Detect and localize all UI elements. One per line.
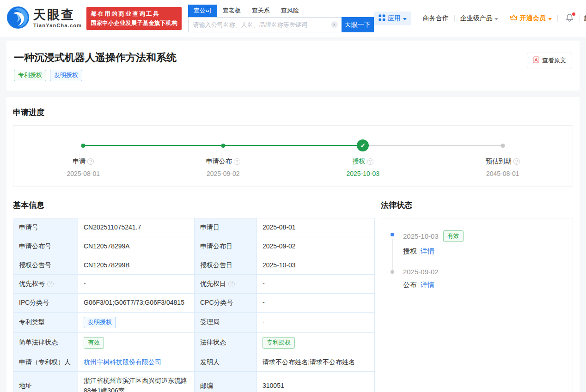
label-cell: 优先权日? [195,275,257,294]
field-label: IPC分类号 [19,298,49,308]
basic-info-heading: 基本信息 [13,200,374,211]
logo-name: 天眼查 [33,9,82,21]
timeline-step-label: 授权? [352,157,373,166]
main-content: 一种沉浸式机器人遥操作方法和系统 专利授权发明授权 查看原文 申请进度 ✓ 申请… [0,41,586,392]
field-label: 授权公告号 [19,260,51,271]
value-cell: 杭州宇树科技股份有限公司 [78,353,195,372]
nav-enterprise-products[interactable]: 企业级产品 [460,14,498,23]
view-original-label: 查看原文 [542,56,566,65]
question-circle-icon[interactable]: ? [234,158,240,165]
tianyancha-eye-logo-icon [6,6,30,31]
timeline-step-0: 申请?2025-08-01 [13,157,153,177]
clear-x-icon[interactable]: × [331,21,338,28]
label-cell: 法律状态 [195,332,257,353]
pdf-file-icon [533,56,539,65]
timeline-step-label: 申请? [73,157,94,166]
apps-label: 应用 [388,14,401,23]
legal-status-row1: 2025-10-03有效 [403,230,563,242]
field-label: 申请日 [200,223,220,233]
nav-vip-label: 开通会员 [520,14,546,23]
table-row: 简单法律状态有效法律状态专利授权 [13,332,375,353]
legal-status-row2: 公布详情 [403,281,563,289]
chevron-down-icon [403,18,407,20]
search-tab-1[interactable]: 查老板 [217,5,246,17]
table-row: 申请（专利权）人杭州宇树科技股份有限公司发明人请求不公布姓名;请求不公布姓名 [13,353,375,372]
table-row: 优先权号?-优先权日?- [13,275,375,294]
field-label: 发明人 [200,357,220,368]
label-cell: 申请公布日 [195,237,257,256]
question-circle-icon[interactable]: ? [367,158,373,165]
divider [580,15,580,22]
view-original-button[interactable]: 查看原文 [527,53,572,68]
tianyancha-logo[interactable]: 天眼查 TianYanCha.com [6,6,82,31]
timeline-step-date: 2025-08-01 [13,170,153,177]
legal-status-date: 2025-09-02 [403,268,439,276]
divider [557,15,558,22]
timeline-step-1: 申请公布?2025-09-02 [153,157,293,177]
label-cell: 授权公告日 [195,256,257,275]
field-label: 申请公布号 [19,241,51,252]
search-tab-3[interactable]: 查风险 [275,5,305,17]
label-cell: 授权公告号 [13,256,78,275]
bell-icon[interactable] [565,13,574,24]
timeline-dot-0 [81,144,85,148]
slogan-badge: 都在用的商业查询工具 国家中小企业发展子基金旗下机构 [86,7,182,30]
table-row: 地址浙江省杭州市滨江区西兴街道东流路88号1幢306室邮编310051 [13,372,375,392]
basic-info-table: 申请号CN202511075241.7申请日2025-08-01申请公布号CN1… [13,218,375,392]
timeline-dot-1 [221,144,225,148]
timeline-track: ✓ [13,139,573,151]
nav-super-risk[interactable]: 超级风... [584,14,586,23]
field-label: 优先权日 [200,279,226,289]
chevron-down-icon [548,18,552,20]
value-cell: 发明授权 [78,312,195,332]
progress-heading: 申请进度 [13,107,573,118]
value-cell: - [257,294,375,313]
value-tag: 有效 [84,337,104,349]
search-tab-0[interactable]: 查公司 [188,5,217,17]
divider [417,15,417,22]
legal-status-heading: 法律状态 [381,200,573,211]
value-tag: 发明授权 [84,317,116,328]
search-button[interactable]: 天眼一下 [342,17,374,32]
legal-status-row2: 授权详情 [403,247,563,256]
detail-link[interactable]: 详情 [421,281,434,289]
question-circle-icon[interactable]: ? [228,281,235,287]
field-label: 邮编 [200,381,213,391]
search-tabs: 查公司查老板查关系查风险 [188,5,374,17]
label-cell: 受理局 [195,312,257,332]
search-input[interactable] [188,17,342,32]
question-circle-icon[interactable]: ? [87,158,94,165]
table-row: 授权公告号CN120578299B授权公告日2025-10-03 [13,256,375,275]
value-cell: 请求不公布姓名;请求不公布姓名 [257,353,375,372]
question-circle-icon[interactable]: ? [513,158,520,165]
timeline-step-name: 申请 [73,157,85,166]
detail-link[interactable]: 详情 [421,247,434,256]
legal-status-dot [391,270,394,274]
label-cell: 申请公布号 [13,237,78,256]
slogan-line1: 都在用的商业查询工具 [91,9,177,18]
status-badge: 有效 [443,230,464,242]
label-cell: 邮编 [195,372,257,392]
table-row: IPC分类号G06F3/01;G06T7/73;G06F3/04815CPC分类… [13,294,375,313]
value-cell: 2025-08-01 [257,218,375,237]
legal-status-date: 2025-10-03 [403,232,439,240]
field-label: 申请（专利权）人 [19,357,71,368]
legal-status-item: 2025-10-03有效授权详情 [391,230,563,256]
search-tab-2[interactable]: 查关系 [246,5,275,17]
chevron-down-icon [494,18,498,20]
table-row: 专利类型发明授权受理局- [13,312,375,332]
nav-business-cooperation[interactable]: 商务合作 [423,14,449,23]
question-circle-icon[interactable]: ? [47,281,54,287]
search-area: 查公司查老板查关系查风险 × 天眼一下 [188,5,374,32]
value-cell: 2025-09-02 [257,237,375,256]
basic-info-section: 基本信息 申请号CN202511075241.7申请日2025-08-01申请公… [13,200,374,392]
value-cell: - [78,275,195,294]
check-icon: ✓ [357,139,369,151]
timeline-segment-1 [223,145,363,146]
company-link[interactable]: 杭州宇树科技股份有限公司 [84,358,161,366]
timeline-step-name: 申请公布 [206,157,232,166]
label-cell: 专利类型 [13,312,78,332]
crown-icon [510,14,518,23]
apps-button[interactable]: 应用 [374,12,411,25]
nav-vip-button[interactable]: 开通会员 [510,14,552,23]
